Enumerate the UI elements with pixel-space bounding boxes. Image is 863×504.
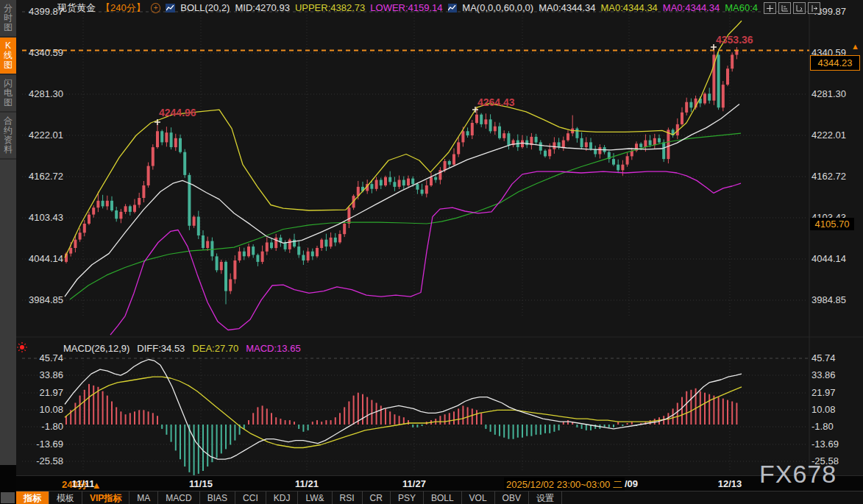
macd-macd-value: MACD:13.65	[246, 343, 300, 354]
axis-label: 4162.72	[811, 171, 857, 182]
axis-label: 4281.30	[21, 88, 63, 100]
sidebar-tab-4[interactable]: 合约资料	[0, 113, 16, 160]
chart-legend: 现货黄金 【240分】 + BOLL(20,2) MID:4270.93 UPP…	[57, 1, 758, 14]
sidebar-tab-1[interactable]: 分时图	[0, 0, 16, 38]
toolbar-item-16[interactable]: 设置	[529, 491, 562, 504]
price-annotation: 4264.43	[477, 96, 515, 108]
toolbar-item-1[interactable]: 指标	[16, 491, 49, 504]
axis-label: -1.80	[21, 421, 63, 433]
toolbar-item-2[interactable]: 模板	[49, 491, 82, 504]
toolbar-item-10[interactable]: RSI	[333, 491, 363, 504]
macd-dea-value: DEA:27.70	[192, 343, 238, 354]
sidebar-tab-2[interactable]: K线图	[0, 38, 16, 75]
toolbar-item-15[interactable]: OBV	[495, 491, 529, 504]
toolbar-item-7[interactable]: CCI	[235, 491, 266, 504]
macd-header: MACD(26,12,9) DIFF:34.53 DEA:27.70 MACD:…	[63, 343, 301, 354]
symbol-name: 现货黄金	[57, 1, 96, 14]
date-range-tooltip: 2025/12/02 23:00~03:00 二	[504, 478, 625, 492]
corner-block	[1, 492, 15, 503]
sidebar-tab-3[interactable]: 闪电图	[0, 75, 16, 113]
boll-name: BOLL(20,2)	[180, 2, 230, 13]
watermark: FX678	[759, 460, 837, 489]
toolbar-item-9[interactable]: LW&	[298, 491, 332, 504]
secondary-price-badge: 4105.70	[810, 218, 854, 230]
ma0-magenta-value: MA0:4344.34	[663, 2, 720, 13]
axis-label: 4162.72	[21, 171, 63, 182]
axis-label: -13.69	[811, 439, 857, 450]
axis-label: 3984.85	[811, 294, 857, 306]
toolbar-item-14[interactable]: VOL	[462, 491, 495, 504]
axis-label: 4281.30	[811, 88, 857, 100]
toolbar-item-11[interactable]: CR	[363, 491, 391, 504]
ma60-value: MA60:4	[725, 2, 758, 13]
date-label: 12/13	[718, 478, 742, 489]
macd-name: MACD(26,12,9)	[63, 343, 129, 354]
indicator-toolbar: 指标模板VIP指标MAMACDBIASCCIKDJLW&RSICRPSYBOLL…	[16, 491, 863, 504]
axis-label: 4340.59	[21, 47, 63, 59]
toolbar-item-8[interactable]: KDJ	[266, 491, 299, 504]
timeline-bar: 240分 ▲ 2025/12/02 23:00~03:00 二 /09 11/1…	[0, 475, 863, 491]
axis-label: 33.86	[21, 369, 63, 381]
axis-label: 4044.14	[21, 253, 63, 265]
ma-name: MA(0,0,0,60,0,0)	[462, 2, 533, 13]
crosshair-tool-icon[interactable]	[764, 2, 776, 14]
axis-label: 3984.85	[21, 294, 63, 306]
macd-diff-value: DIFF:34.53	[137, 343, 185, 354]
chart-tools	[764, 2, 820, 14]
boll-lower-value: LOWER:4159.14	[370, 2, 442, 13]
axis-label: 4222.01	[811, 129, 857, 141]
period-label: 【240分】	[101, 1, 146, 14]
chart-canvas[interactable]	[0, 0, 863, 504]
boll-mid-value: MID:4270.93	[235, 2, 289, 13]
axis-label: 4044.14	[811, 253, 857, 265]
trading-app-window: 现货黄金 【240分】 + BOLL(20,2) MID:4270.93 UPP…	[0, 0, 863, 504]
axis-label: 10.08	[811, 404, 857, 416]
toolbar-item-5[interactable]: MACD	[158, 491, 199, 504]
alert-burst-icon[interactable]	[16, 341, 28, 356]
date-label: 11/21	[295, 478, 319, 489]
date-label: /09	[625, 478, 638, 489]
indicator-chart-icon[interactable]	[166, 4, 175, 13]
sidebar: 分时图K线图闪电图合约资料	[0, 0, 16, 465]
axis-label: 45.74	[811, 352, 857, 364]
toolbar-item-4[interactable]: MA	[129, 491, 158, 504]
axis-label: 21.97	[811, 387, 857, 399]
axis-label: 10.08	[21, 404, 63, 416]
pane-shift-icon[interactable]	[808, 2, 820, 14]
toolbar-item-3[interactable]: VIP指标	[82, 491, 129, 504]
axis-label: 4222.01	[21, 129, 63, 141]
toolbar-item-13[interactable]: BOLL	[424, 491, 462, 504]
axis-label: -25.58	[21, 455, 63, 467]
price-annotation: 4244.96	[159, 107, 196, 118]
axis-label: 33.86	[811, 369, 857, 381]
axis-label: -13.69	[21, 439, 63, 450]
axis-zoom-left-icon[interactable]	[793, 2, 806, 14]
boll-upper-value: UPPER:4382.73	[295, 2, 365, 13]
ma0-yellow-value: MA0:4344.34	[601, 2, 658, 13]
ma0-white-value: MA0:4344.34	[539, 2, 595, 13]
indicator-chart-icon[interactable]	[448, 4, 458, 13]
axis-label: 21.97	[21, 387, 63, 399]
date-label: 11/15	[189, 478, 213, 489]
toolbar-item-12[interactable]: PSY	[391, 491, 424, 504]
current-price-badge: 4344.23	[810, 55, 860, 71]
add-indicator-icon[interactable]: +	[151, 3, 161, 13]
toolbar-item-6[interactable]: BIAS	[200, 491, 235, 504]
axis-label: 4103.43	[21, 212, 63, 224]
price-up-arrow-icon: ▲	[851, 42, 859, 51]
axis-label: -1.80	[811, 421, 857, 433]
price-annotation: 4353.36	[716, 34, 753, 46]
date-label: 11/11	[71, 478, 94, 489]
axis-zoom-icon[interactable]	[778, 2, 791, 14]
date-label: 11/27	[402, 478, 426, 489]
